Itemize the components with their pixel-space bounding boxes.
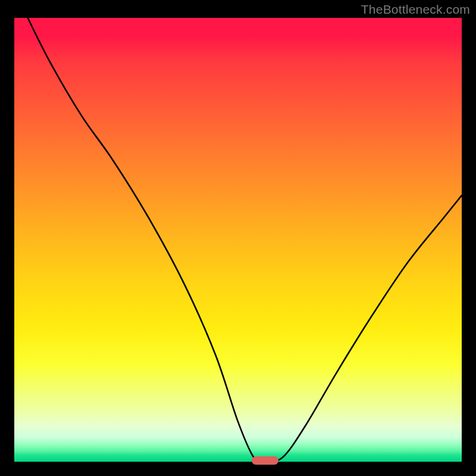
- bottleneck-curve: [14, 18, 462, 462]
- plot-area: [14, 18, 462, 462]
- watermark-text: TheBottleneck.com: [361, 2, 470, 17]
- chart-frame: TheBottleneck.com: [0, 0, 476, 476]
- optimal-marker: [252, 456, 278, 465]
